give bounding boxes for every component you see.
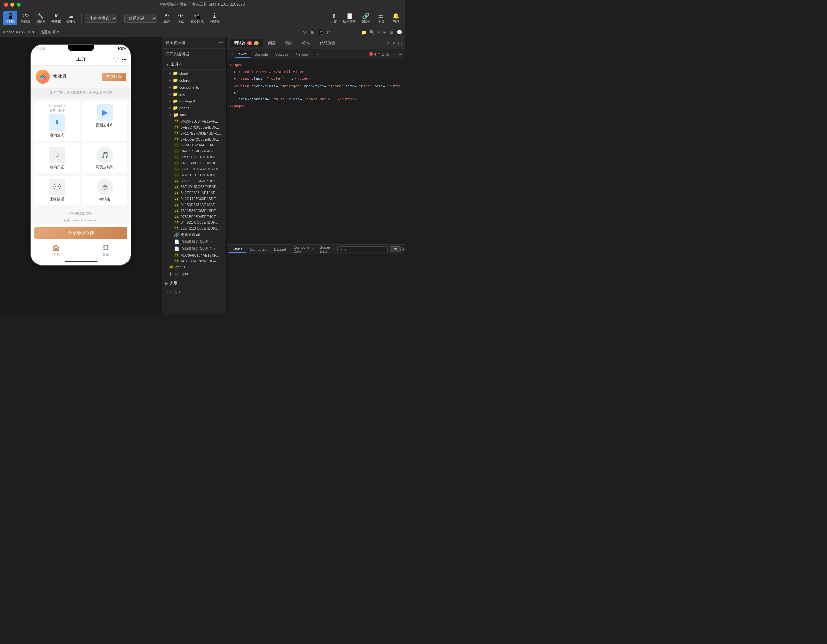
tab-issues[interactable]: 问题 (264, 39, 280, 47)
refresh-icon[interactable]: ↻ (302, 30, 306, 35)
file-9782[interactable]: JS 9782BF03D4FEE4CF... (162, 213, 226, 219)
file-AB13[interactable]: JS AB130690C63E4BDF... (162, 258, 226, 264)
settings-icon[interactable]: ⚙ (386, 51, 390, 57)
tab-terminal[interactable]: 终端 (298, 39, 314, 47)
folder-components[interactable]: ▶ 📁 components (162, 84, 226, 90)
toolbox-label[interactable]: ▼ 工具箱 (162, 60, 226, 70)
collapse-icon[interactable]: ∧ (387, 40, 390, 46)
stop-icon[interactable]: ⏺ (310, 30, 314, 35)
file-0449[interactable]: JS 04492143C63E4BDF... (162, 219, 226, 226)
cls-button[interactable]: .cls (390, 246, 401, 252)
detail-button[interactable]: ☰ 详情 (375, 12, 387, 24)
popout-icon[interactable]: ⊡ (398, 40, 402, 46)
subtab-more[interactable]: » (313, 51, 322, 57)
nav-item-home[interactable]: 🏠 主页 (31, 242, 81, 258)
file-txt1[interactable]: 📄 心动源码必看说明.txt (162, 238, 226, 245)
html-line-view-footer[interactable]: ▶ <view class= "footer" > … </view> (229, 75, 403, 82)
more-icon[interactable]: ••• (218, 40, 223, 45)
file-6FE2[interactable]: JS 6FE2C700C63E4BDF... (162, 124, 226, 130)
styles-filter-input[interactable] (337, 246, 388, 252)
file-0415[interactable]: JS 04150D8434AE19AF... (162, 202, 226, 208)
close-button[interactable] (4, 3, 8, 6)
real-debug-button[interactable]: 📲 真机调试 (189, 11, 206, 25)
chat-icon[interactable]: 💬 (396, 30, 402, 35)
grid-icon[interactable]: ⊞ (383, 30, 387, 35)
folder-packageA[interactable]: ▶ 📁 packageA (162, 98, 226, 104)
mode-selector[interactable]: 小程序模式 (85, 14, 117, 23)
kebab-icon[interactable]: ⋮ (392, 51, 396, 57)
simulator-button[interactable]: 📱 模拟器 (3, 11, 17, 25)
add-rule-button[interactable]: + (402, 247, 404, 252)
share-button[interactable]: 分享给小伙伴 (34, 227, 127, 240)
clear-cache-button[interactable]: 🗑 清缓存 (208, 11, 222, 25)
minimize-button[interactable] (10, 3, 14, 6)
grid-item-2[interactable]: 📋 蔬狗日记 (34, 143, 80, 173)
compile-selector[interactable]: 普通编译 (124, 14, 158, 23)
styles-tab-dataset[interactable]: Dataset (271, 246, 290, 252)
outline-label[interactable]: ▶ 大纲 (162, 278, 226, 288)
file-82D7[interactable]: JS 82D705F6C63E4BDF... (162, 178, 226, 184)
compile-button[interactable]: ↻ 编译 (161, 11, 173, 25)
subtab-console[interactable]: Console (251, 51, 271, 57)
file-6A19[interactable]: JS 6A19F2B634AE19AF... (162, 118, 226, 124)
message-button[interactable]: 🔔 消息 (390, 12, 402, 24)
source-control-icon[interactable]: ⑂ (378, 30, 380, 35)
file-7FD0[interactable]: JS 7FD00E72C63E4BDF... (162, 136, 226, 142)
file-url[interactable]: 🔗 更新通道.url (162, 232, 226, 238)
file-8F2A[interactable]: JS 8F2A21D234AE19AF... (162, 142, 226, 148)
tab-output[interactable]: 输出 (281, 39, 297, 47)
file-appjson[interactable]: {} app.json (162, 270, 226, 277)
file-342E[interactable]: JS 342EE23234AE19AF... (162, 190, 226, 196)
file-65EE[interactable]: JS 65EEF7C134AE19AF0... (162, 166, 226, 172)
styles-tab-computed[interactable]: Computed (247, 246, 270, 252)
grid-item-3[interactable]: 🎵 网易云热评 (83, 143, 128, 173)
upload-button[interactable]: ⬆ 上传 (328, 12, 340, 24)
file-14D6[interactable]: JS 14D6B083C63E4BDF... (162, 160, 226, 166)
file-9B56[interactable]: JS 9B5656B6C63E4BDF... (162, 154, 226, 160)
tab-debugger[interactable]: 调试器 4 2 (230, 39, 263, 47)
tab-code-quality[interactable]: 代码质量 (315, 39, 339, 47)
folder-pages[interactable]: ▶ 📁 pages (162, 104, 226, 111)
maximize-button[interactable] (17, 3, 20, 6)
folder-utils[interactable]: ▼ 📁 utils (162, 111, 226, 118)
test-button[interactable]: 🔗 测试号 (360, 12, 371, 24)
subtab-network[interactable]: Network (292, 51, 312, 57)
styles-tab-styles[interactable]: Styles (229, 246, 246, 253)
file-942C[interactable]: JS 942C1195C63E4BDF... (162, 196, 226, 202)
grid-item-0[interactable]: 下方截图进入新的小程序 ⬇ 运动查询 (34, 101, 80, 141)
nav-item-gallery[interactable]: 🖼 套图 (81, 242, 131, 258)
file-88E1[interactable]: JS 88E1D181C63E4BDF... (162, 184, 226, 190)
phone-icon[interactable]: 📱 (318, 30, 323, 35)
file-7512[interactable]: JS 7512B3B0C63E4BDF... (162, 208, 226, 213)
grid-item-5[interactable]: ☕ 毒鸡汤 (83, 176, 128, 205)
grid-item-1[interactable]: ▶ 视频去水印 (83, 101, 128, 141)
editor-button[interactable]: </> 编辑器 (19, 11, 33, 25)
styles-tab-scope-data[interactable]: Scope Data (317, 244, 334, 254)
settings-icon[interactable]: ⚙ (389, 30, 394, 35)
folder-icon[interactable]: 📁 (361, 30, 367, 35)
preview-button[interactable]: 👁 预览 (175, 11, 187, 25)
folder-img[interactable]: ▶ 📁 img (162, 90, 226, 98)
version-button[interactable]: 📋 版本管理 (343, 12, 356, 24)
styles-tab-component-data[interactable]: Component Data (290, 244, 316, 254)
page-icon[interactable]: 🗋 (326, 30, 331, 35)
file-7254[interactable]: JS 72542116C63E4BDF1... (162, 226, 226, 232)
expand-arrow[interactable]: ▶ (234, 70, 236, 74)
hot-reload-label[interactable]: 热重载 开 ▾ (41, 30, 59, 35)
dock-icon[interactable]: ⊟ (399, 51, 403, 57)
visual-button[interactable]: 👁 可视化 (49, 11, 63, 25)
file-7F11[interactable]: JS 7F117E27C63E4BDF1... (162, 130, 226, 136)
folder-cloud[interactable]: ▶ 📁 cloud (162, 70, 226, 77)
file-txt2[interactable]: 📄 心动源码必看说明2.txt (162, 245, 226, 252)
search-icon[interactable]: 🔍 (369, 30, 375, 35)
debugger-button[interactable]: 🔧 调试器 (34, 11, 48, 25)
file-072C[interactable]: JS 072C1F06C63E4BDF... (162, 172, 226, 178)
html-line-button[interactable]: <button hover-class= "shareget" open-typ… (229, 82, 403, 103)
subtab-wxml[interactable]: Wxml (235, 51, 251, 58)
file-A1C6[interactable]: JS A1C6F6C134AE19AF... (162, 252, 226, 258)
folder-colorui[interactable]: ▶ 📁 colorui (162, 77, 226, 84)
inspect-icon[interactable]: ⬚ (229, 52, 233, 56)
expand-arrow[interactable]: ▶ (234, 76, 236, 81)
file-appjs[interactable]: JS app.js (162, 264, 226, 270)
contact-button[interactable]: *客服联系* (102, 73, 126, 81)
